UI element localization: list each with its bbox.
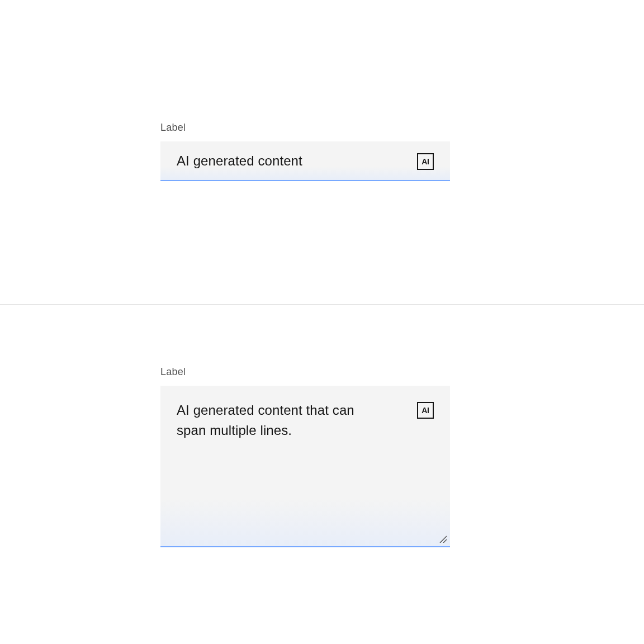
ai-badge-text: AI — [422, 406, 429, 415]
text-area-field-wrapper: Label AI generated content that can span… — [160, 366, 450, 547]
text-area-value: AI generated content that can span multi… — [177, 400, 383, 441]
text-input-section: Label AI generated content AI — [0, 0, 644, 304]
text-input[interactable]: AI generated content AI — [160, 141, 450, 181]
ai-badge-icon: AI — [417, 153, 434, 170]
text-input-field-wrapper: Label AI generated content AI — [160, 122, 450, 181]
text-input-label: Label — [160, 122, 450, 134]
text-area-section: Label AI generated content that can span… — [0, 305, 644, 644]
svg-line-1 — [443, 539, 447, 543]
text-area[interactable]: AI generated content that can span multi… — [160, 386, 450, 547]
text-area-label: Label — [160, 366, 450, 378]
ai-badge-icon: AI — [417, 402, 434, 419]
ai-badge-text: AI — [422, 157, 429, 166]
svg-line-0 — [440, 536, 447, 543]
text-input-value: AI generated content — [177, 153, 434, 169]
resize-handle-icon[interactable] — [439, 535, 447, 543]
